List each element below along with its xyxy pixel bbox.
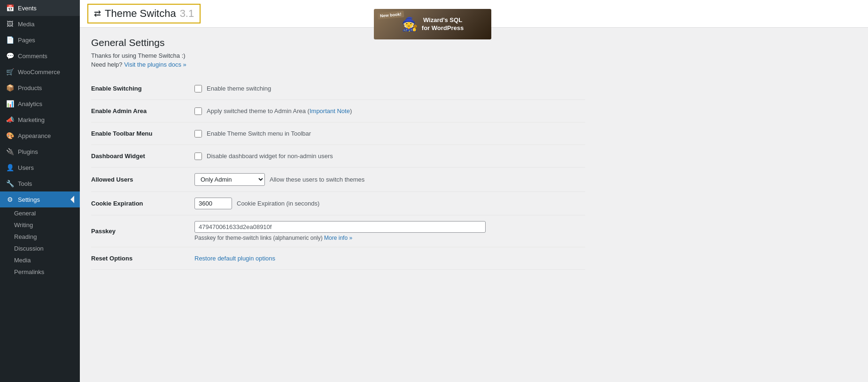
control-passkey: Passkey for theme-switch links (alphanum… [194, 221, 585, 241]
woocommerce-icon: 🛒 [6, 68, 14, 76]
help-text: Need help? Visit the plugins docs » [91, 61, 585, 68]
control-cookie-expiration: Cookie Expiration (in seconds) [194, 198, 585, 209]
hint-link-passkey[interactable]: More info » [324, 235, 352, 241]
desc-enable-toolbar-menu: Enable Theme Switch menu in Toolbar [207, 130, 311, 137]
checkbox-enable-admin-area[interactable] [194, 107, 202, 115]
settings-row-cookie-expiration: Cookie ExpirationCookie Expiration (in s… [91, 192, 585, 215]
sidebar: 📅Events🖼Media📄Pages💬Comments🛒WooCommerce… [0, 0, 80, 382]
sidebar-label-media: Media [18, 21, 34, 28]
sidebar-item-appearance[interactable]: 🎨Appearance [0, 128, 80, 144]
sidebar-item-media[interactable]: 🖼Media [0, 16, 80, 32]
intro-text: Thanks for using Theme Switcha :) [91, 52, 585, 59]
products-icon: 📦 [6, 84, 14, 92]
label-passkey: Passkey [91, 228, 194, 235]
hint-passkey: Passkey for theme-switch links (alphanum… [194, 235, 352, 241]
desc-enable-admin-area: Apply switched theme to Admin Area (Impo… [207, 107, 352, 115]
desc-dashboard-widget: Disable dashboard widget for non-admin u… [207, 153, 333, 160]
marketing-icon: 📣 [6, 115, 14, 124]
banner-figure: 🧙 [402, 16, 418, 32]
pages-icon: 📄 [6, 36, 14, 44]
sidebar-item-marketing[interactable]: 📣Marketing [0, 112, 80, 128]
section-title: General Settings [91, 37, 585, 48]
checkbox-enable-toolbar-menu[interactable] [194, 130, 202, 138]
desc-allowed-users: Allow these users to switch themes [270, 176, 364, 183]
settings-icon: ⚙ [6, 195, 14, 204]
help-label: Need help? [91, 61, 123, 68]
submenu-item-permalinks[interactable]: Permalinks [0, 266, 80, 278]
plugins-icon: 🔌 [6, 147, 14, 156]
sidebar-label-marketing: Marketing [18, 116, 45, 123]
sidebar-item-analytics[interactable]: 📊Analytics [0, 96, 80, 112]
sidebar-item-comments[interactable]: 💬Comments [0, 48, 80, 64]
checkbox-enable-switching[interactable] [194, 85, 202, 92]
control-enable-toolbar-menu: Enable Theme Switch menu in Toolbar [194, 130, 585, 138]
desc-enable-switching: Enable theme switching [207, 85, 271, 92]
submenu-item-general[interactable]: General [0, 207, 80, 219]
sidebar-label-users: Users [18, 164, 34, 171]
control-allowed-users: Only AdminAdministratorsEditorsAuthorsCo… [194, 173, 585, 186]
settings-row-enable-switching: Enable SwitchingEnable theme switching [91, 77, 585, 100]
sidebar-label-analytics: Analytics [18, 100, 42, 107]
sidebar-label-appearance: Appearance [18, 132, 51, 139]
settings-row-allowed-users: Allowed UsersOnly AdminAdministratorsEdi… [91, 168, 585, 192]
link-reset-options[interactable]: Restore default plugin options [194, 255, 275, 262]
plugin-icon: ⇄ [94, 8, 101, 19]
banner-text: Wizard's SQLfor WordPress [422, 16, 464, 32]
settings-row-enable-toolbar-menu: Enable Toolbar MenuEnable Theme Switch m… [91, 122, 585, 145]
settings-row-passkey: PasskeyPasskey for theme-switch links (a… [91, 215, 585, 247]
control-enable-admin-area: Apply switched theme to Admin Area (Impo… [194, 107, 585, 115]
sidebar-label-comments: Comments [18, 53, 47, 60]
control-dashboard-widget: Disable dashboard widget for non-admin u… [194, 153, 585, 160]
promo-banner[interactable]: New book! 🧙 Wizard's SQLfor WordPress [374, 9, 491, 39]
label-dashboard-widget: Dashboard Widget [91, 153, 194, 160]
desc-cookie-expiration: Cookie Expiration (in seconds) [237, 200, 319, 207]
tools-icon: 🔧 [6, 179, 14, 188]
content-area: New book! 🧙 Wizard's SQLfor WordPress Ge… [80, 28, 597, 279]
banner-badge: New book! [377, 11, 404, 20]
input-passkey[interactable] [194, 221, 486, 233]
sidebar-item-settings[interactable]: ⚙Settings [0, 191, 80, 207]
select-allowed-users[interactable]: Only AdminAdministratorsEditorsAuthorsCo… [194, 173, 265, 186]
media-icon: 🖼 [6, 20, 14, 28]
active-arrow [70, 196, 74, 203]
label-enable-toolbar-menu: Enable Toolbar Menu [91, 130, 194, 137]
submenu-item-writing[interactable]: Writing [0, 219, 80, 231]
link-enable-admin-area[interactable]: Important Note [310, 107, 350, 115]
sidebar-item-users[interactable]: 👤Users [0, 160, 80, 176]
submenu-item-media[interactable]: Media [0, 254, 80, 266]
control-reset-options: Restore default plugin options [194, 255, 585, 262]
settings-submenu: GeneralWritingReadingDiscussionMediaPerm… [0, 207, 80, 278]
analytics-icon: 📊 [6, 99, 14, 108]
sidebar-item-plugins[interactable]: 🔌Plugins [0, 144, 80, 160]
label-enable-admin-area: Enable Admin Area [91, 107, 194, 115]
sidebar-label-woocommerce: WooCommerce [18, 69, 60, 76]
submenu-item-reading[interactable]: Reading [0, 231, 80, 243]
main-content: ⇄ Theme Switcha 3.1 New book! 🧙 Wizard's… [80, 0, 868, 382]
label-reset-options: Reset Options [91, 255, 194, 262]
plugin-name: Theme Switcha [105, 8, 176, 20]
sidebar-item-events[interactable]: 📅Events [0, 0, 80, 16]
sidebar-label-pages: Pages [18, 37, 35, 44]
users-icon: 👤 [6, 163, 14, 172]
plugin-title-box: ⇄ Theme Switcha 3.1 [87, 4, 201, 23]
settings-rows: Enable SwitchingEnable theme switchingEn… [91, 77, 585, 270]
sidebar-item-woocommerce[interactable]: 🛒WooCommerce [0, 64, 80, 80]
sidebar-label-events: Events [18, 5, 37, 12]
events-icon: 📅 [6, 4, 14, 12]
sidebar-item-tools[interactable]: 🔧Tools [0, 176, 80, 191]
sidebar-item-products[interactable]: 📦Products [0, 80, 80, 96]
settings-row-enable-admin-area: Enable Admin AreaApply switched theme to… [91, 100, 585, 122]
appearance-icon: 🎨 [6, 131, 14, 140]
input-cookie-expiration[interactable] [194, 198, 232, 209]
settings-row-dashboard-widget: Dashboard WidgetDisable dashboard widget… [91, 145, 585, 168]
sidebar-label-products: Products [18, 84, 42, 92]
help-link[interactable]: Visit the plugins docs » [124, 61, 186, 68]
sidebar-nav: 📅Events🖼Media📄Pages💬Comments🛒WooCommerce… [0, 0, 80, 278]
sidebar-item-pages[interactable]: 📄Pages [0, 32, 80, 48]
sidebar-label-tools: Tools [18, 180, 32, 187]
checkbox-dashboard-widget[interactable] [194, 153, 202, 160]
label-allowed-users: Allowed Users [91, 176, 194, 183]
plugin-version: 3.1 [180, 8, 194, 20]
label-enable-switching: Enable Switching [91, 85, 194, 92]
submenu-item-discussion[interactable]: Discussion [0, 243, 80, 254]
